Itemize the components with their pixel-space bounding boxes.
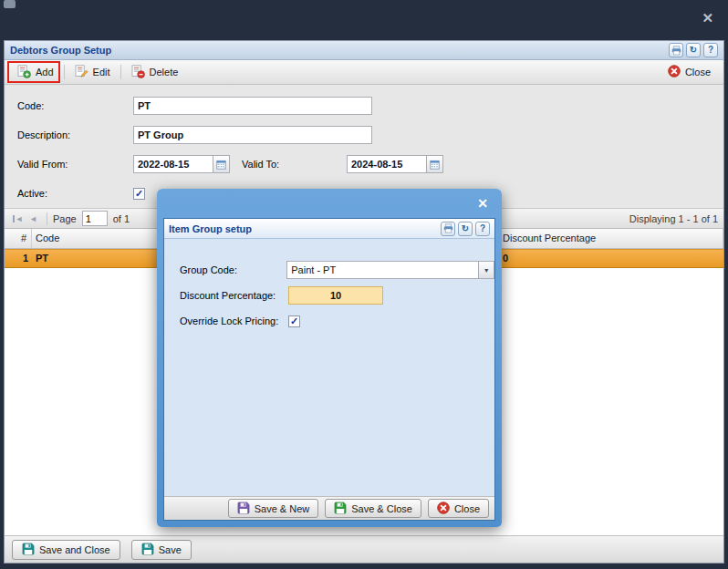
valid-to-label: Valid To: (242, 159, 347, 170)
modal-save-and-close-label: Save & Close (351, 503, 412, 514)
modal-form: Group Code: Paint - PT ▼ Discount Percen… (164, 239, 494, 496)
close-circle-icon (437, 502, 450, 516)
page-title: Debtors Group Setup (10, 45, 111, 56)
delete-record-icon (131, 65, 145, 80)
paging-separator (47, 212, 47, 225)
valid-to-calendar-icon[interactable] (427, 155, 443, 173)
print-icon[interactable] (441, 222, 455, 236)
column-header-discount[interactable]: Discount Percentage (499, 229, 723, 248)
delete-button[interactable]: Delete (124, 61, 186, 84)
close-circle-icon (668, 65, 681, 79)
help-icon[interactable]: ? (475, 222, 490, 236)
edit-button-label: Edit (93, 67, 110, 78)
delete-button-label: Delete (150, 67, 179, 78)
add-button[interactable]: Add (10, 61, 61, 84)
save-icon (141, 543, 154, 557)
group-code-select[interactable]: Paint - PT (286, 261, 478, 279)
row-discount-cell: 0 (499, 250, 723, 267)
toolbar-separator (64, 65, 65, 79)
prev-page-arrow-icon: ◄ (29, 214, 37, 223)
close-button-label: Close (685, 67, 711, 78)
page-of-label: of 1 (113, 213, 130, 224)
screen-background: ✕ Debtors Group Setup ↻ ? Add (0, 0, 728, 569)
valid-from-label: Valid From: (17, 159, 133, 170)
valid-to-input[interactable] (347, 155, 427, 173)
first-page-arrow-icon: ◄ (16, 214, 24, 223)
group-code-label: Group Code: (180, 264, 286, 275)
refresh-icon[interactable]: ↻ (686, 43, 701, 57)
modal-close-label: Close (454, 503, 480, 514)
item-group-setup-window: ✕ Item Group setup ↻ ? Group Code: Paint… (157, 189, 502, 527)
save-and-close-button[interactable]: Save and Close (12, 540, 120, 560)
save-icon (22, 543, 35, 557)
valid-from-calendar-icon[interactable] (213, 155, 230, 173)
debtors-title-bar: Debtors Group Setup ↻ ? (5, 41, 723, 60)
edit-button[interactable]: Edit (68, 61, 118, 84)
first-page-icon (13, 215, 15, 222)
window-close-icon[interactable]: ✕ (702, 11, 713, 25)
app-icon (4, 0, 16, 8)
save-and-close-button[interactable]: Save & Close (325, 499, 421, 518)
save-button[interactable]: Save (131, 540, 192, 560)
print-icon[interactable] (669, 43, 683, 57)
save-and-close-label: Save and Close (39, 544, 110, 555)
modal-title-tools: ↻ ? (441, 222, 490, 236)
description-input[interactable] (133, 126, 372, 144)
discount-percentage-input[interactable] (288, 286, 383, 305)
refresh-icon[interactable]: ↻ (458, 222, 473, 236)
discount-percentage-label: Discount Percentage: (180, 290, 288, 301)
title-tools: ↻ ? (669, 43, 718, 57)
save-icon (334, 502, 347, 516)
help-icon[interactable]: ? (703, 43, 718, 57)
active-checkbox[interactable]: ✓ (133, 188, 145, 200)
close-button[interactable]: Close (660, 61, 718, 83)
add-record-icon (17, 65, 31, 80)
toolbar: Add Edit Delete Close (5, 60, 723, 85)
modal-close-icon[interactable]: ✕ (477, 197, 488, 210)
window-footer: Save and Close Save (5, 535, 723, 563)
column-header-number[interactable]: # (5, 229, 32, 248)
override-lock-pricing-checkbox[interactable]: ✓ (288, 316, 300, 327)
override-lock-pricing-label: Override Lock Pricing: (180, 316, 288, 326)
first-page-button[interactable]: ◄ (10, 211, 26, 226)
valid-from-input[interactable] (133, 155, 213, 173)
code-label: Code: (17, 100, 133, 111)
save-and-new-label: Save & New (255, 503, 310, 514)
page-number-input[interactable] (82, 211, 108, 226)
modal-close-button[interactable]: Close (428, 499, 489, 518)
active-label: Active: (17, 188, 133, 199)
prev-page-button[interactable]: ◄ (26, 211, 41, 226)
page-label: Page (53, 213, 77, 224)
row-number-cell: 1 (5, 250, 32, 267)
save-icon (237, 502, 250, 516)
chevron-down-icon[interactable]: ▼ (478, 261, 494, 279)
modal-footer: Save & New Save & Close Close (164, 496, 494, 520)
edit-record-icon (75, 65, 88, 80)
displaying-status: Displaying 1 - 1 of 1 (629, 213, 718, 224)
description-label: Description: (17, 129, 133, 140)
modal-title-bar: Item Group setup ↻ ? (164, 219, 494, 239)
add-button-label: Add (36, 67, 54, 78)
toolbar-separator (120, 65, 121, 79)
modal-inner-panel: Item Group setup ↻ ? Group Code: Paint -… (163, 218, 495, 521)
save-label: Save (159, 544, 182, 555)
code-input[interactable] (133, 97, 372, 115)
save-and-new-button[interactable]: Save & New (228, 499, 319, 518)
modal-title-text: Item Group setup (169, 223, 252, 234)
